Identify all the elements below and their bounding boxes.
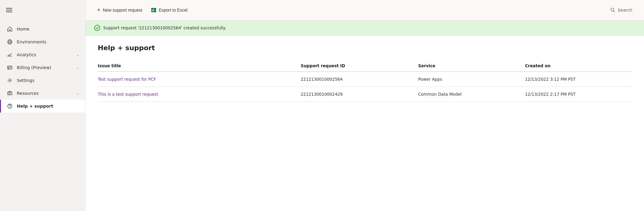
analytics-icon xyxy=(7,52,13,57)
svg-point-19 xyxy=(94,25,100,31)
toolbar: + New support request X Export to Excel xyxy=(86,0,644,20)
new-request-label: New support request xyxy=(103,8,142,13)
sidebar-item-resources[interactable]: Resources ⌄ xyxy=(0,87,85,100)
help-icon xyxy=(7,103,13,109)
main-content: + New support request X Export to Excel xyxy=(86,0,644,211)
sidebar-item-environments-label: Environments xyxy=(17,39,79,44)
service-cell: Common Data Model xyxy=(418,87,525,102)
table-row: Test support request for PCF221213001000… xyxy=(98,72,632,87)
col-header-created: Created on xyxy=(525,60,632,72)
excel-icon: X xyxy=(151,7,156,13)
hamburger-menu[interactable] xyxy=(0,0,85,20)
sidebar-item-environments[interactable]: Environments xyxy=(0,35,85,48)
table-row: This is a test support request2212130010… xyxy=(98,87,632,102)
sidebar-item-billing[interactable]: Billing (Preview) ⌄ xyxy=(0,61,85,74)
col-header-service: Service xyxy=(418,60,525,72)
sidebar-item-billing-label: Billing (Preview) xyxy=(17,65,72,70)
col-header-id: Support request ID xyxy=(301,60,418,72)
page-content: Help + support Issue title Support reque… xyxy=(86,35,644,211)
request-id-cell: 2212130010002429 xyxy=(301,87,418,102)
created-on-cell: 12/13/2022 2:17 PM PST xyxy=(525,87,632,102)
issue-title-cell[interactable]: This is a test support request xyxy=(98,87,301,102)
service-cell: Power Apps xyxy=(418,72,525,87)
sidebar-item-home-label: Home xyxy=(17,27,79,31)
success-banner: Support request '2212130010002564' creat… xyxy=(86,20,644,35)
sidebar-item-help-support-label: Help + support xyxy=(17,104,79,109)
sidebar-item-home[interactable]: Home xyxy=(0,23,85,35)
home-icon xyxy=(7,26,13,32)
svg-point-17 xyxy=(611,8,614,11)
svg-point-12 xyxy=(9,107,10,108)
sidebar-nav: Home Environments Analytics ⌄ xyxy=(0,20,85,211)
page-title: Help + support xyxy=(98,44,632,52)
plus-icon: + xyxy=(97,7,101,13)
svg-point-7 xyxy=(9,80,11,81)
sidebar-item-analytics-label: Analytics xyxy=(17,52,72,57)
sidebar-item-help-support[interactable]: Help + support xyxy=(0,100,85,113)
search-label: Search xyxy=(618,8,632,13)
search-icon xyxy=(610,8,615,13)
sidebar-item-settings[interactable]: Settings xyxy=(0,74,85,87)
resources-icon xyxy=(7,91,13,96)
billing-chevron-icon: ⌄ xyxy=(77,66,79,69)
support-table: Issue title Support request ID Service C… xyxy=(98,60,632,102)
sidebar-item-resources-label: Resources xyxy=(17,91,72,96)
col-header-issue: Issue title xyxy=(98,60,301,72)
success-check-icon xyxy=(94,25,100,31)
request-id-cell: 2212130010002564 xyxy=(301,72,418,87)
export-label: Export to Excel xyxy=(159,8,188,13)
search-button[interactable]: Search xyxy=(607,6,635,14)
svg-rect-6 xyxy=(8,68,9,68)
sidebar: Home Environments Analytics ⌄ xyxy=(0,0,86,211)
analytics-chevron-icon: ⌄ xyxy=(77,53,79,57)
created-on-cell: 12/13/2022 3:12 PM PST xyxy=(525,72,632,87)
issue-title-cell[interactable]: Test support request for PCF xyxy=(98,72,301,87)
settings-icon xyxy=(7,78,13,83)
new-support-request-button[interactable]: + New support request xyxy=(94,6,145,15)
resources-chevron-icon: ⌄ xyxy=(77,92,79,95)
globe-icon xyxy=(7,39,13,45)
billing-icon xyxy=(7,65,13,70)
sidebar-item-analytics[interactable]: Analytics ⌄ xyxy=(0,48,85,61)
sidebar-item-settings-label: Settings xyxy=(17,78,79,83)
svg-line-18 xyxy=(613,11,615,12)
svg-rect-4 xyxy=(8,66,12,69)
svg-text:X: X xyxy=(152,9,154,12)
success-message: Support request '2212130010002564' creat… xyxy=(103,25,226,30)
export-to-excel-button[interactable]: X Export to Excel xyxy=(148,6,191,15)
